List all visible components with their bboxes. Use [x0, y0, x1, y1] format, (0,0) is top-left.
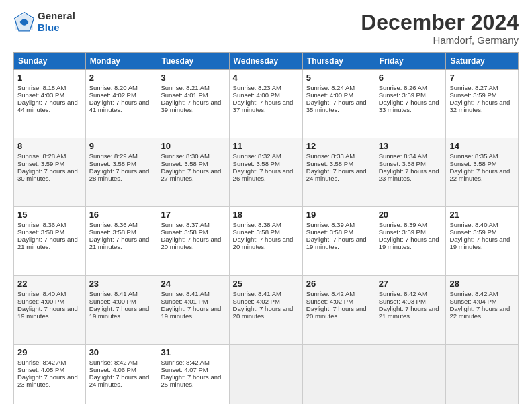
sunrise-text: Sunrise: 8:36 AM: [89, 221, 138, 228]
sunrise-text: Sunrise: 8:36 AM: [17, 221, 66, 228]
day-number: 24: [161, 279, 225, 289]
sunrise-text: Sunrise: 8:32 AM: [233, 152, 281, 160]
day-number: 13: [379, 141, 443, 151]
daylight-text: Daylight: 7 hours and 19 minutes.: [379, 236, 439, 250]
day-number: 30: [89, 347, 154, 357]
table-cell: 3 Sunrise: 8:21 AM Sunset: 4:01 PM Dayli…: [157, 70, 229, 138]
sunrise-text: Sunrise: 8:40 AM: [449, 221, 498, 228]
sunrise-text: Sunrise: 8:35 AM: [449, 152, 498, 160]
header-saturday: Saturday: [446, 53, 519, 70]
calendar-table: Sunday Monday Tuesday Wednesday Thursday…: [13, 52, 519, 404]
logo-general: General: [38, 11, 75, 22]
sunset-text: Sunset: 3:58 PM: [161, 228, 208, 236]
daylight-text: Daylight: 7 hours and 20 minutes.: [233, 305, 294, 320]
sunset-text: Sunset: 4:00 PM: [306, 91, 353, 99]
logo-icon: [13, 11, 35, 33]
sunrise-text: Sunrise: 8:21 AM: [161, 84, 209, 91]
table-cell: 15 Sunrise: 8:36 AM Sunset: 3:58 PM Dayl…: [14, 207, 86, 275]
week-row-3: 15 Sunrise: 8:36 AM Sunset: 3:58 PM Dayl…: [14, 207, 519, 275]
sunset-text: Sunset: 3:58 PM: [306, 160, 353, 167]
daylight-text: Daylight: 7 hours and 19 minutes.: [449, 236, 510, 250]
sunset-text: Sunset: 4:01 PM: [161, 298, 208, 305]
daylight-text: Daylight: 7 hours and 19 minutes.: [89, 305, 150, 320]
sunset-text: Sunset: 4:00 PM: [233, 91, 280, 99]
header-wednesday: Wednesday: [229, 53, 302, 70]
day-number: 12: [306, 141, 371, 151]
daylight-text: Daylight: 7 hours and 23 minutes.: [17, 373, 78, 388]
day-number: 14: [449, 141, 515, 151]
sunset-text: Sunset: 3:58 PM: [233, 228, 280, 236]
sunrise-text: Sunrise: 8:42 AM: [161, 359, 209, 366]
sunrise-text: Sunrise: 8:27 AM: [449, 84, 498, 91]
sunrise-text: Sunrise: 8:38 AM: [233, 221, 281, 228]
daylight-text: Daylight: 7 hours and 39 minutes.: [161, 99, 221, 113]
daylight-text: Daylight: 7 hours and 37 minutes.: [233, 99, 294, 113]
week-row-5: 29 Sunrise: 8:42 AM Sunset: 4:05 PM Dayl…: [14, 344, 519, 404]
table-cell: 17 Sunrise: 8:37 AM Sunset: 3:58 PM Dayl…: [157, 207, 229, 275]
daylight-text: Daylight: 7 hours and 23 minutes.: [379, 167, 439, 182]
daylight-text: Daylight: 7 hours and 44 minutes.: [17, 99, 78, 113]
daylight-text: Daylight: 7 hours and 26 minutes.: [233, 167, 294, 182]
sunset-text: Sunset: 4:01 PM: [161, 91, 208, 99]
daylight-text: Daylight: 7 hours and 28 minutes.: [89, 167, 150, 182]
table-cell: 2 Sunrise: 8:20 AM Sunset: 4:02 PM Dayli…: [85, 70, 157, 138]
header-thursday: Thursday: [302, 53, 375, 70]
table-cell: 18 Sunrise: 8:38 AM Sunset: 3:58 PM Dayl…: [229, 207, 302, 275]
sunset-text: Sunset: 3:59 PM: [17, 160, 64, 167]
sunset-text: Sunset: 3:59 PM: [449, 91, 496, 99]
header-friday: Friday: [375, 53, 446, 70]
sunset-text: Sunset: 4:06 PM: [89, 366, 136, 373]
day-number: 22: [17, 279, 82, 289]
daylight-text: Daylight: 7 hours and 27 minutes.: [161, 167, 221, 182]
sunset-text: Sunset: 4:02 PM: [233, 298, 280, 305]
table-cell: [446, 344, 519, 404]
table-cell: 6 Sunrise: 8:26 AM Sunset: 3:59 PM Dayli…: [375, 70, 446, 138]
daylight-text: Daylight: 7 hours and 24 minutes.: [89, 373, 150, 388]
sunrise-text: Sunrise: 8:39 AM: [306, 221, 355, 228]
day-number: 23: [89, 279, 154, 289]
daylight-text: Daylight: 7 hours and 19 minutes.: [161, 305, 221, 320]
sunrise-text: Sunrise: 8:42 AM: [306, 290, 355, 298]
daylight-text: Daylight: 7 hours and 19 minutes.: [17, 305, 78, 320]
daylight-text: Daylight: 7 hours and 20 minutes.: [161, 236, 221, 250]
sunrise-text: Sunrise: 8:29 AM: [89, 152, 138, 160]
table-cell: 8 Sunrise: 8:28 AM Sunset: 3:59 PM Dayli…: [14, 138, 86, 207]
table-cell: 25 Sunrise: 8:41 AM Sunset: 4:02 PM Dayl…: [229, 275, 302, 344]
sunset-text: Sunset: 3:58 PM: [161, 160, 208, 167]
weekday-header-row: Sunday Monday Tuesday Wednesday Thursday…: [14, 53, 519, 70]
daylight-text: Daylight: 7 hours and 22 minutes.: [449, 167, 510, 182]
day-number: 2: [89, 73, 154, 83]
sunset-text: Sunset: 4:05 PM: [17, 366, 64, 373]
sunset-text: Sunset: 3:59 PM: [379, 228, 426, 236]
daylight-text: Daylight: 7 hours and 24 minutes.: [306, 167, 367, 182]
daylight-text: Daylight: 7 hours and 21 minutes.: [379, 305, 439, 320]
table-cell: 29 Sunrise: 8:42 AM Sunset: 4:05 PM Dayl…: [14, 344, 86, 404]
sunset-text: Sunset: 4:04 PM: [449, 298, 496, 305]
daylight-text: Daylight: 7 hours and 32 minutes.: [449, 99, 510, 113]
table-cell: 5 Sunrise: 8:24 AM Sunset: 4:00 PM Dayli…: [302, 70, 375, 138]
table-cell: 27 Sunrise: 8:42 AM Sunset: 4:03 PM Dayl…: [375, 275, 446, 344]
daylight-text: Daylight: 7 hours and 25 minutes.: [161, 373, 221, 388]
sunrise-text: Sunrise: 8:20 AM: [89, 84, 138, 91]
logo-blue: Blue: [38, 22, 75, 34]
sunset-text: Sunset: 4:03 PM: [17, 91, 64, 99]
day-number: 16: [89, 210, 154, 220]
table-cell: 21 Sunrise: 8:40 AM Sunset: 3:59 PM Dayl…: [446, 207, 519, 275]
day-number: 3: [161, 73, 225, 83]
sunrise-text: Sunrise: 8:41 AM: [233, 290, 281, 298]
day-number: 4: [233, 73, 299, 83]
sunset-text: Sunset: 3:58 PM: [89, 160, 136, 167]
sunrise-text: Sunrise: 8:33 AM: [306, 152, 355, 160]
table-cell: 16 Sunrise: 8:36 AM Sunset: 3:58 PM Dayl…: [85, 207, 157, 275]
sunset-text: Sunset: 3:58 PM: [17, 228, 64, 236]
sunset-text: Sunset: 3:58 PM: [89, 228, 136, 236]
logo: General Blue: [13, 11, 75, 33]
table-cell: 10 Sunrise: 8:30 AM Sunset: 3:58 PM Dayl…: [157, 138, 229, 207]
table-cell: 20 Sunrise: 8:39 AM Sunset: 3:59 PM Dayl…: [375, 207, 446, 275]
day-number: 10: [161, 141, 225, 151]
day-number: 26: [306, 279, 371, 289]
table-cell: 9 Sunrise: 8:29 AM Sunset: 3:58 PM Dayli…: [85, 138, 157, 207]
daylight-text: Daylight: 7 hours and 19 minutes.: [306, 236, 367, 250]
logo-text: General Blue: [38, 11, 75, 33]
day-number: 17: [161, 210, 225, 220]
